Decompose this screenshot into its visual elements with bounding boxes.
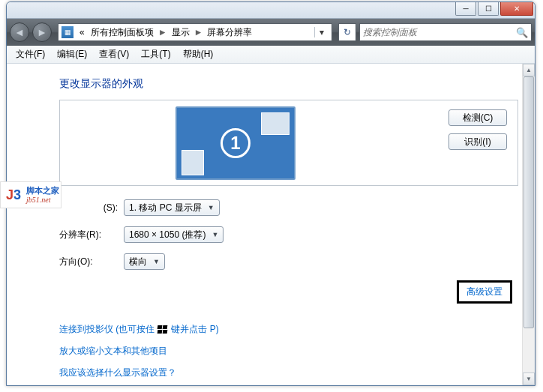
detect-button[interactable]: 检测(C)	[448, 109, 507, 126]
address-bar[interactable]: ▦ « 所有控制面板项 ► 显示 ► 屏幕分辨率 ▾	[58, 23, 332, 41]
orientation-value: 横向	[129, 256, 147, 268]
menubar: 文件(F) 编辑(E) 查看(V) 工具(T) 帮助(H)	[7, 46, 535, 64]
menu-edit[interactable]: 编辑(E)	[51, 48, 93, 61]
watermark: J3 脚本之家 jb51.net	[0, 181, 62, 208]
advanced-settings-highlight: 高级设置	[457, 280, 512, 304]
refresh-button[interactable]: ↻	[338, 23, 356, 41]
windows-key-icon	[158, 325, 168, 334]
window: ─ ☐ ✕ ◄ ► ▦ « 所有控制面板项 ► 显示 ► 屏幕分辨率 ▾ ↻ 🔍…	[6, 1, 536, 386]
page-title: 更改显示器的外观	[59, 77, 518, 91]
chevron-down-icon: ▼	[153, 258, 160, 265]
breadcrumb-prefix: «	[76, 27, 88, 37]
watermark-text: 脚本之家	[26, 186, 59, 195]
address-dropdown[interactable]: ▾	[314, 27, 328, 37]
breadcrumb-sep: ►	[157, 27, 169, 37]
projector-link-line: 连接到投影仪 (也可按住 键并点击 P)	[59, 323, 518, 336]
breadcrumb-seg[interactable]: 屏幕分辨率	[204, 26, 255, 39]
maximize-button[interactable]: ☐	[478, 2, 499, 16]
titlebar: ─ ☐ ✕	[7, 2, 535, 19]
text-size-link[interactable]: 放大或缩小文本和其他项目	[59, 345, 518, 358]
menu-file[interactable]: 文件(F)	[10, 48, 51, 61]
monitor-number: 1	[220, 128, 250, 158]
resolution-row: 分辨率(R): 1680 × 1050 (推荐) ▼	[59, 226, 518, 243]
projector-link-suffix[interactable]: 键并点击 P)	[171, 323, 218, 336]
control-panel-icon: ▦	[62, 26, 74, 38]
navbar: ◄ ► ▦ « 所有控制面板项 ► 显示 ► 屏幕分辨率 ▾ ↻ 🔍	[7, 19, 535, 46]
projector-link[interactable]: 连接到投影仪 (也可按住	[59, 323, 154, 336]
display-label: (S):	[59, 202, 124, 213]
chevron-down-icon: ▼	[208, 204, 214, 211]
which-settings-link[interactable]: 我应该选择什么显示器设置？	[59, 367, 518, 379]
watermark-logo-icon: J3	[2, 184, 25, 206]
vertical-scrollbar[interactable]: ▲ ▼	[522, 64, 535, 385]
content-area: 更改显示器的外观 1 检测(C) 识别(I) (S): 1. 移动 PC 显示屏…	[7, 64, 535, 385]
resolution-value: 1680 × 1050 (推荐)	[129, 229, 206, 241]
breadcrumb-sep: ►	[193, 27, 205, 37]
scroll-up-button[interactable]: ▲	[523, 64, 535, 76]
watermark-url: jb51.net	[26, 196, 59, 204]
monitor-thumbnail[interactable]: 1	[176, 106, 296, 180]
identify-button[interactable]: 识别(I)	[448, 133, 507, 150]
minimize-button[interactable]: ─	[455, 2, 476, 16]
resolution-label: 分辨率(R):	[59, 229, 124, 241]
search-icon[interactable]: 🔍	[516, 27, 528, 38]
breadcrumb-seg[interactable]: 所有控制面板项	[88, 26, 157, 39]
preview-window-icon	[261, 112, 290, 135]
breadcrumb-seg[interactable]: 显示	[169, 26, 193, 39]
orientation-dropdown[interactable]: 横向 ▼	[124, 253, 165, 270]
display-dropdown[interactable]: 1. 移动 PC 显示屏 ▼	[124, 199, 220, 216]
menu-view[interactable]: 查看(V)	[93, 48, 135, 61]
advanced-settings-link[interactable]: 高级设置	[466, 286, 502, 297]
chevron-down-icon: ▼	[212, 231, 218, 238]
orientation-label: 方向(O):	[59, 256, 124, 268]
menu-tools[interactable]: 工具(T)	[135, 48, 176, 61]
resolution-dropdown[interactable]: 1680 × 1050 (推荐) ▼	[124, 226, 224, 243]
display-row: (S): 1. 移动 PC 显示屏 ▼	[59, 199, 518, 216]
display-value: 1. 移动 PC 显示屏	[129, 202, 202, 214]
scroll-track[interactable]	[523, 76, 535, 373]
forward-button[interactable]: ►	[32, 22, 52, 42]
close-button[interactable]: ✕	[500, 2, 533, 16]
back-button[interactable]: ◄	[10, 22, 29, 42]
bottom-links: 连接到投影仪 (也可按住 键并点击 P) 放大或缩小文本和其他项目 我应该选择什…	[59, 304, 518, 379]
search-bar[interactable]: 🔍	[359, 23, 532, 41]
search-input[interactable]	[363, 27, 516, 37]
orientation-row: 方向(O): 横向 ▼	[59, 253, 518, 270]
preview-window-icon	[182, 150, 204, 175]
menu-help[interactable]: 帮助(H)	[177, 48, 220, 61]
scroll-thumb[interactable]	[524, 76, 534, 328]
monitor-arrangement[interactable]: 1 检测(C) 识别(I)	[59, 100, 518, 186]
scroll-down-button[interactable]: ▼	[523, 373, 535, 385]
